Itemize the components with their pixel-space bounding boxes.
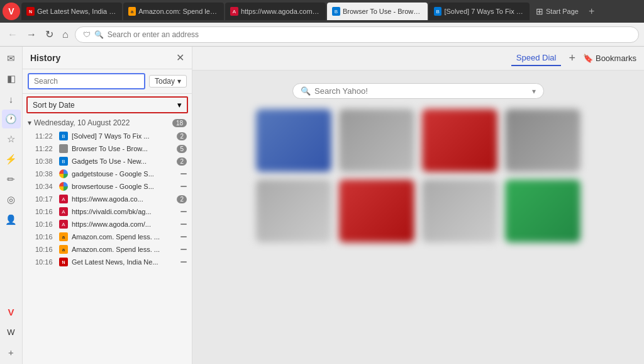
history-list: ▾ Wednesday, 10 August 2022 18 11:22 B [… — [23, 116, 192, 364]
history-item[interactable]: 10:17 A https://www.agoda.co... 2 — [23, 193, 192, 205]
tab-favicon-ndtv: N — [26, 7, 35, 16]
tab-ndtv[interactable]: N Get Latest News, India Ne... — [21, 3, 122, 20]
tab-agoda[interactable]: A https://www.agoda.com/de... — [225, 3, 326, 20]
history-panel: History ✕ Today ▾ Sort by Date ▾ ▾ Wedne… — [23, 47, 192, 364]
history-item[interactable]: 10:16 A https://vivaldi.com/bk/ag... — [23, 205, 192, 218]
main-content: Speed Dial + 🔖 Bookmarks 🔍 ▾ — [192, 47, 644, 364]
search-dropdown-chevron-icon[interactable]: ▾ — [532, 87, 536, 96]
sidebar-icon-contacts[interactable]: 👤 — [2, 210, 21, 229]
speed-dial-item[interactable] — [422, 179, 497, 242]
history-item-time: 10:17 — [35, 195, 55, 203]
tab-browser-use[interactable]: B Browser To Use - Browser T — [327, 3, 428, 20]
history-sort-chevron-icon: ▾ — [177, 100, 182, 110]
history-group-title: ▾ Wednesday, 10 August 2022 — [28, 118, 130, 127]
tab-favicon-browser-use: B — [332, 7, 340, 16]
history-item-count: 2 — [177, 132, 187, 140]
sidebar-icon-download[interactable]: ↓ — [2, 89, 21, 108]
history-item-title: Gadgets To Use - New... — [72, 157, 173, 165]
history-date-filter[interactable]: Today ▾ — [149, 75, 187, 88]
speed-dial-item[interactable] — [505, 179, 580, 242]
history-close-button[interactable]: ✕ — [176, 52, 184, 64]
speed-dial-item[interactable] — [339, 179, 414, 242]
history-item[interactable]: 10:16 a Amazon.com. Spend less. ... — [23, 230, 192, 243]
tab-favicon-agoda: A — [230, 7, 238, 16]
history-item[interactable]: 10:16 N Get Latest News, India Ne... — [23, 256, 192, 268]
history-item[interactable]: 10:38 B Gadgets To Use - New... 2 — [23, 155, 192, 168]
nav-reload-button[interactable]: ↻ — [43, 27, 56, 42]
sidebar-icon-notes[interactable]: ✏ — [2, 170, 21, 189]
sidebar-icon-bookmarks[interactable]: ☆ — [2, 130, 21, 149]
bookmarks-button[interactable]: 🔖 Bookmarks — [583, 54, 636, 63]
history-item-time: 10:34 — [35, 183, 55, 190]
sidebar-icon-extensions[interactable]: ⚡ — [2, 150, 21, 169]
history-date-label: Today — [155, 77, 175, 86]
tab-add-content-button[interactable]: + — [566, 52, 578, 65]
content-toolbar: Speed Dial + 🔖 Bookmarks — [192, 47, 644, 71]
speed-dial-item[interactable] — [256, 179, 331, 242]
tab-label-browser-use: Browser To Use - Browser T — [343, 8, 423, 15]
history-item-count: 2 — [177, 195, 187, 203]
speed-dial-item[interactable] — [339, 109, 414, 172]
speed-dial-search-bar[interactable]: 🔍 ▾ — [292, 83, 544, 99]
tab-label-amazon: Amazon.com: Spend less. S... — [138, 8, 219, 15]
nav-back-button[interactable]: ← — [5, 28, 20, 42]
sidebar-icon-feeds[interactable]: ◎ — [2, 190, 21, 209]
history-item-count — [180, 224, 187, 225]
sidebar-icon-panel[interactable]: ◧ — [2, 69, 21, 88]
sidebar-icon-history[interactable]: 🕐 — [2, 110, 21, 128]
tab-amazon[interactable]: a Amazon.com: Spend less. S... — [123, 3, 224, 20]
tab-label-ndtv: Get Latest News, India Ne... — [37, 8, 117, 15]
history-item-title: [Solved] 7 Ways To Fix ... — [72, 132, 173, 140]
address-input[interactable] — [108, 30, 631, 39]
speed-dial-item[interactable] — [256, 109, 331, 172]
history-search-input[interactable] — [28, 73, 145, 89]
tab-favicon-solved: B — [434, 7, 441, 16]
speed-dial-area: 🔍 ▾ — [192, 71, 644, 364]
sidebar-icon-mail[interactable]: ✉ — [2, 49, 21, 68]
nav-home-button[interactable]: ⌂ — [60, 28, 71, 42]
speed-dial-search-input[interactable] — [314, 86, 528, 96]
history-item[interactable]: 11:22 Browser To Use - Brow... 5 — [23, 142, 192, 155]
history-item-favicon: B — [59, 132, 68, 140]
speed-dial-item[interactable] — [422, 109, 497, 172]
history-item-title: Amazon.com. Spend less. ... — [72, 233, 177, 241]
history-item[interactable]: 10:38 gadgetstouse - Google S... — [23, 168, 192, 180]
history-group-label: Wednesday, 10 August 2022 — [34, 118, 130, 127]
history-item-count — [180, 211, 187, 212]
tab-solved[interactable]: B [Solved] 7 Ways To Fix Voic... — [429, 3, 530, 20]
sidebar-icon-wikipedia[interactable]: W — [2, 322, 21, 341]
history-item[interactable]: 10:16 A https://www.agoda.com/... — [23, 218, 192, 230]
nav-forward-button[interactable]: → — [24, 28, 39, 42]
tab-label-solved: [Solved] 7 Ways To Fix Voic... — [444, 8, 525, 15]
history-title: History — [30, 53, 60, 63]
tab-label-start-page: Start Page — [546, 8, 579, 15]
history-item-time: 10:16 — [35, 220, 55, 228]
history-header: History ✕ — [23, 47, 192, 69]
history-item-title: Amazon.com. Spend less. ... — [72, 246, 177, 253]
history-item-time: 10:16 — [35, 246, 55, 253]
tab-add-button[interactable]: + — [585, 6, 598, 17]
address-bar[interactable]: 🛡 🔍 — [75, 26, 639, 43]
history-item[interactable]: 10:34 browsertouse - Google S... — [23, 180, 192, 193]
history-item[interactable]: 11:22 B [Solved] 7 Ways To Fix ... 2 — [23, 130, 192, 142]
sidebar-icon-vivaldi[interactable]: V — [2, 302, 21, 321]
history-item-count — [180, 173, 187, 174]
address-bar-shield-icon: 🛡 — [83, 30, 91, 39]
history-group-chevron-icon: ▾ — [28, 118, 31, 127]
history-item[interactable]: 10:16 a Amazon.com. Spend less. ... — [23, 243, 192, 256]
history-controls: Today ▾ — [23, 69, 192, 94]
history-item-favicon: N — [59, 258, 68, 266]
browser-logo: V — [3, 3, 20, 20]
history-item-favicon: a — [59, 245, 68, 254]
history-item-time: 11:22 — [35, 145, 55, 152]
sidebar-icon-add[interactable]: + — [2, 343, 21, 361]
tab-speed-dial[interactable]: Speed Dial — [511, 50, 562, 66]
tab-label-agoda: https://www.agoda.com/de... — [241, 8, 321, 15]
history-item-favicon — [59, 169, 68, 178]
history-item-count — [180, 249, 187, 250]
history-sort-bar[interactable]: Sort by Date ▾ — [26, 96, 188, 113]
history-group-header[interactable]: ▾ Wednesday, 10 August 2022 18 — [23, 116, 192, 130]
tab-start-page[interactable]: ⊞ Start Page — [531, 6, 584, 16]
history-item-time: 10:38 — [35, 157, 55, 165]
speed-dial-item[interactable] — [505, 109, 580, 172]
